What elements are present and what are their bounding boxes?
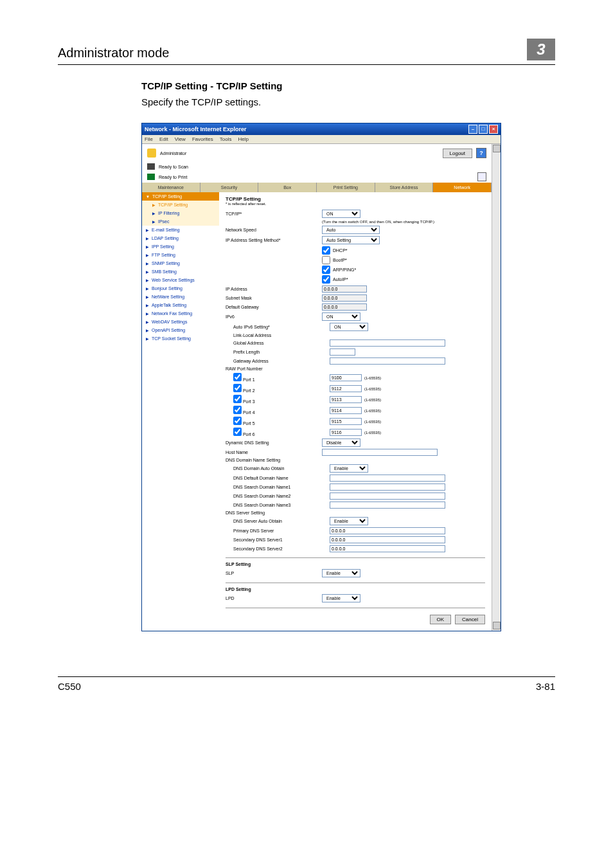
- menu-view[interactable]: View: [175, 136, 186, 142]
- port1-input[interactable]: [330, 374, 362, 381]
- dnssearch2-input[interactable]: [330, 493, 445, 500]
- sidebar-item-ftp[interactable]: ▶FTP Setting: [142, 251, 219, 259]
- dyndns-select[interactable]: Disable: [322, 439, 360, 447]
- sidebar-item-appletalk[interactable]: ▶AppleTalk Setting: [142, 301, 219, 309]
- refresh-icon[interactable]: [477, 172, 486, 181]
- port2-checkbox[interactable]: [233, 384, 242, 392]
- dyndns-label: Dynamic DNS Setting: [226, 440, 322, 445]
- port4-checkbox[interactable]: [233, 406, 242, 414]
- help-icon[interactable]: ?: [476, 148, 486, 158]
- subnet-input[interactable]: [322, 294, 367, 302]
- dnssearch2-label: DNS Search Domain Name2: [233, 494, 330, 498]
- port-range: (1-65535): [364, 376, 381, 380]
- tab-network[interactable]: Network: [433, 183, 492, 192]
- sidebar-item-openapi[interactable]: ▶OpenAPI Setting: [142, 326, 219, 334]
- tab-maintenance[interactable]: Maintenance: [142, 183, 200, 192]
- lpd-label: LPD: [226, 596, 322, 601]
- slp-select[interactable]: Enable: [322, 569, 360, 577]
- menu-favorites[interactable]: Favorites: [192, 136, 213, 142]
- scrollbar[interactable]: [492, 144, 501, 631]
- port1-label: Port 1: [243, 377, 255, 382]
- secdns2-input[interactable]: [330, 545, 445, 552]
- arpping-checkbox[interactable]: [322, 266, 330, 274]
- sidebar-item-snmp[interactable]: ▶SNMP Setting: [142, 259, 219, 267]
- port6-checkbox[interactable]: [233, 428, 242, 436]
- dnsdefault-label: DNS Default Domain Name: [233, 476, 330, 480]
- port3-input[interactable]: [330, 396, 362, 403]
- tab-store-address[interactable]: Store Address: [375, 183, 434, 192]
- sidebar-header-tcpip[interactable]: ▼TCP/IP Setting: [142, 192, 219, 201]
- prefix-input[interactable]: [330, 348, 355, 356]
- sidebar-item-netware[interactable]: ▶NetWare Setting: [142, 293, 219, 301]
- dhcp-label: DHCP*: [333, 248, 348, 253]
- admin-icon: [147, 149, 156, 158]
- port5-input[interactable]: [330, 418, 362, 425]
- ipmethod-select[interactable]: Auto Setting: [322, 236, 380, 244]
- autoipv6-select[interactable]: ON: [330, 323, 368, 331]
- sidebar-item-tcp-socket[interactable]: ▶TCP Socket Setting: [142, 334, 219, 343]
- sidebar-item-ipsec[interactable]: ▶IPsec: [142, 217, 219, 226]
- dnsdomainauto-select[interactable]: Enable: [330, 464, 368, 473]
- sidebar-item-network-fax[interactable]: ▶Network Fax Setting: [142, 309, 219, 318]
- scroll-up-icon[interactable]: [493, 145, 501, 152]
- dnssearch3-label: DNS Search Domain Name3: [233, 503, 330, 507]
- dnsdefault-input[interactable]: [330, 475, 445, 482]
- tcpip-hint: (Turn the main switch OFF, and then ON, …: [322, 220, 434, 224]
- gw-input[interactable]: [322, 303, 367, 311]
- primarydns-input[interactable]: [330, 527, 445, 534]
- sidebar-item-bonjour[interactable]: ▶Bonjour Setting: [142, 284, 219, 293]
- sidebar-item-tcpip-setting[interactable]: ▶TCP/IP Setting: [142, 201, 219, 209]
- printer-icon: [147, 174, 155, 180]
- bootp-checkbox[interactable]: [322, 256, 330, 264]
- port1-checkbox[interactable]: [233, 373, 242, 381]
- port5-checkbox[interactable]: [233, 417, 242, 425]
- dhcp-checkbox[interactable]: [322, 246, 330, 255]
- menu-tools[interactable]: Tools: [220, 136, 232, 142]
- port6-input[interactable]: [330, 429, 362, 436]
- bootp-label: BootP*: [333, 258, 347, 262]
- ipv6-select[interactable]: ON: [322, 312, 360, 321]
- globaladdr-input[interactable]: [330, 339, 445, 347]
- dnsserver-label: DNS Server Setting: [226, 511, 322, 515]
- ip-label: IP Address: [226, 287, 322, 291]
- host-input[interactable]: [322, 449, 438, 456]
- ip-input[interactable]: [322, 285, 367, 293]
- port3-checkbox[interactable]: [233, 395, 242, 403]
- logout-button[interactable]: Logout: [443, 149, 472, 158]
- sidebar-item-web-service[interactable]: ▶Web Service Settings: [142, 276, 219, 284]
- secdns2-label: Secondary DNS Server2: [233, 547, 330, 551]
- close-icon[interactable]: ×: [489, 125, 498, 134]
- sidebar-item-ipp[interactable]: ▶IPP Setting: [142, 242, 219, 251]
- menu-file[interactable]: File: [145, 136, 153, 142]
- cancel-button[interactable]: Cancel: [455, 615, 485, 624]
- secdns1-label: Secondary DNS Server1: [233, 538, 330, 542]
- maximize-icon[interactable]: □: [479, 125, 488, 134]
- sidebar-item-ldap[interactable]: ▶LDAP Setting: [142, 234, 219, 242]
- menu-edit[interactable]: Edit: [159, 136, 168, 142]
- autoip-checkbox[interactable]: [322, 275, 330, 284]
- sidebar-item-webdav[interactable]: ▶WebDAV Settings: [142, 318, 219, 326]
- scroll-down-icon[interactable]: [493, 622, 501, 629]
- chapter-number: 3: [527, 39, 555, 60]
- dnsserverauto-select[interactable]: Enable: [330, 517, 368, 525]
- tab-security[interactable]: Security: [200, 183, 259, 192]
- tab-box[interactable]: Box: [258, 183, 317, 192]
- port2-input[interactable]: [330, 385, 362, 392]
- dnssearch3-input[interactable]: [330, 502, 445, 509]
- dnssearch1-input[interactable]: [330, 484, 445, 491]
- port4-input[interactable]: [330, 407, 362, 414]
- minimize-icon[interactable]: –: [468, 125, 477, 134]
- menu-help[interactable]: Help: [238, 136, 248, 142]
- tab-print-setting[interactable]: Print Setting: [317, 183, 375, 192]
- dnsdomain-label: DNS Domain Name Setting: [226, 458, 322, 462]
- lpd-group: LPD Setting: [226, 587, 485, 592]
- ok-button[interactable]: OK: [430, 615, 452, 624]
- secdns1-input[interactable]: [330, 536, 445, 543]
- sidebar-item-ip-filtering[interactable]: ▶IP Filtering: [142, 209, 219, 217]
- tcpip-select[interactable]: ON: [322, 210, 360, 218]
- netspeed-select[interactable]: Auto: [322, 226, 380, 234]
- sidebar-item-email[interactable]: ▶E-mail Setting: [142, 226, 219, 234]
- lpd-select[interactable]: Enable: [322, 594, 360, 602]
- sidebar-item-smb[interactable]: ▶SMB Setting: [142, 267, 219, 276]
- gwaddr-input[interactable]: [330, 357, 445, 365]
